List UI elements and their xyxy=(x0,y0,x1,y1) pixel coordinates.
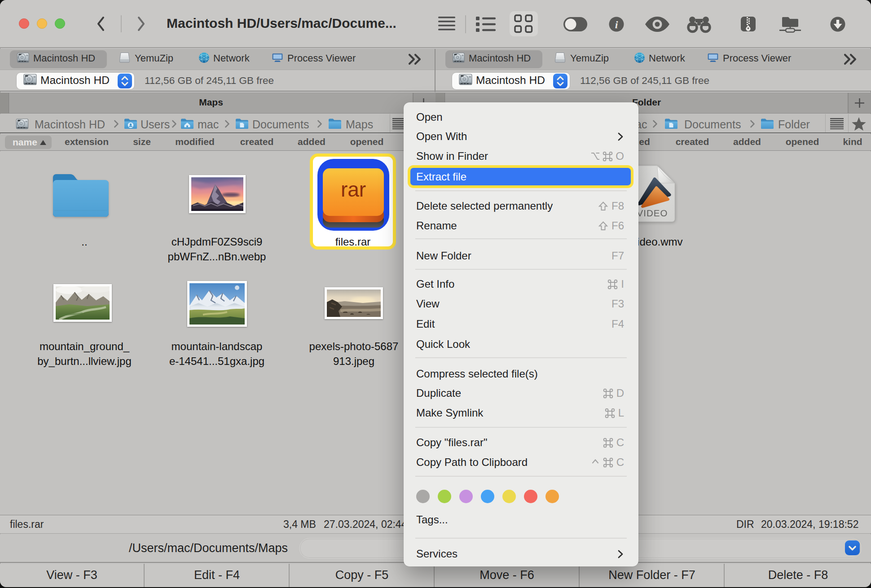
svg-text:i: i xyxy=(615,19,618,31)
svg-text:VIDEO: VIDEO xyxy=(637,208,668,218)
svg-text:rar: rar xyxy=(341,178,366,201)
